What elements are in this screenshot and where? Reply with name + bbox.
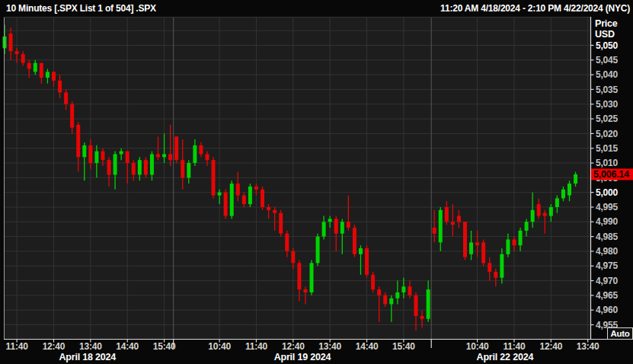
y-tick-label: 5,000 bbox=[596, 187, 619, 198]
candle-body-up bbox=[427, 289, 430, 319]
candle-body-down bbox=[347, 222, 350, 228]
candle-body-down bbox=[365, 248, 369, 275]
candle-body-down bbox=[371, 275, 375, 289]
candle-body-down bbox=[76, 125, 80, 157]
y-tick-label: 4,990 bbox=[596, 216, 619, 227]
candle-body-down bbox=[537, 204, 541, 216]
candle-body-down bbox=[273, 210, 277, 213]
candle-body-up bbox=[322, 222, 326, 236]
y-tick-label: 5,020 bbox=[596, 129, 619, 139]
y-tick-label: 4,995 bbox=[596, 202, 619, 212]
candle-body-down bbox=[261, 190, 264, 207]
candle-body-down bbox=[481, 242, 485, 263]
candle-body-up bbox=[525, 222, 529, 231]
axis-auto-scale-button[interactable]: Auto bbox=[607, 327, 633, 340]
candle-body-down bbox=[199, 145, 203, 155]
candle-body-down bbox=[64, 92, 68, 104]
candle-body-up bbox=[531, 210, 535, 222]
candle-body-up bbox=[328, 219, 332, 222]
candle-body-down bbox=[463, 222, 467, 257]
x-tick-label: 10:40 bbox=[208, 341, 231, 352]
candle-body-up bbox=[506, 239, 510, 254]
candle-body-down bbox=[377, 289, 381, 295]
candle-body-up bbox=[150, 154, 154, 174]
candle-body-down bbox=[291, 251, 295, 263]
candle-body-up bbox=[401, 286, 405, 292]
candle-body-up bbox=[187, 163, 190, 177]
candle-body-up bbox=[193, 145, 197, 163]
candle-body-down bbox=[70, 104, 74, 128]
bloomberg-candle-chart: 10 Minutes [.SPX List 1 of 504] .SPX 11:… bbox=[0, 0, 633, 364]
candle-body-down bbox=[212, 160, 216, 195]
y-tick-label: 5,015 bbox=[596, 143, 619, 154]
candle-body-down bbox=[383, 295, 387, 305]
candle-body-down bbox=[174, 136, 178, 160]
x-tick-label: 13:40 bbox=[577, 341, 599, 352]
candle-body-down bbox=[494, 272, 497, 278]
x-tick-label: 12:40 bbox=[43, 341, 66, 352]
y-tick-label: 4,975 bbox=[596, 260, 619, 271]
candle-body-down bbox=[334, 219, 338, 233]
candle-body-down bbox=[101, 152, 104, 161]
y-tick-label: 5,045 bbox=[596, 55, 619, 65]
candle-body-down bbox=[15, 51, 19, 54]
candle-body-up bbox=[567, 184, 571, 195]
candle-body-up bbox=[113, 154, 117, 174]
candle-body-up bbox=[555, 198, 559, 207]
candle-body-up bbox=[310, 263, 314, 292]
candle-body-down bbox=[475, 242, 479, 245]
candle-body-down bbox=[297, 263, 301, 289]
candle-body-down bbox=[445, 207, 449, 222]
candle-body-up bbox=[519, 231, 523, 245]
y-tick-label: 4,960 bbox=[596, 305, 619, 315]
x-tick-label: 15:40 bbox=[392, 341, 415, 352]
candle-body-down bbox=[267, 207, 270, 210]
x-tick-label: 11:40 bbox=[6, 341, 29, 352]
candle-body-down bbox=[156, 154, 160, 157]
candle-body-up bbox=[439, 210, 443, 242]
candle-body-up bbox=[120, 152, 123, 155]
y-tick-label: 5,030 bbox=[596, 99, 619, 110]
y-tick-label: 5,040 bbox=[596, 69, 619, 80]
candle-body-up bbox=[340, 222, 344, 233]
candle-body-down bbox=[353, 228, 356, 254]
candle-body-up bbox=[359, 248, 363, 254]
date-label: April 22 2024 bbox=[477, 352, 534, 362]
candle-body-up bbox=[500, 254, 504, 278]
candle-body-down bbox=[224, 193, 228, 216]
candle-body-down bbox=[107, 160, 111, 174]
y-tick-label: 5,025 bbox=[596, 113, 619, 124]
candle-body-down bbox=[242, 196, 246, 205]
date-label: April 18 2024 bbox=[59, 352, 117, 362]
candle-body-up bbox=[94, 152, 98, 163]
y-tick-label: 5,050 bbox=[596, 40, 619, 51]
y-tick-label: 4,970 bbox=[596, 276, 619, 286]
candle-body-up bbox=[549, 207, 553, 216]
candle-body-up bbox=[561, 190, 565, 199]
candle-body-up bbox=[138, 160, 142, 174]
y-tick-label: 4,985 bbox=[596, 231, 619, 242]
x-tick-label: 12:40 bbox=[282, 341, 305, 352]
candle-body-down bbox=[132, 163, 136, 174]
x-tick-label: 11:40 bbox=[245, 341, 268, 352]
candle-body-down bbox=[52, 72, 56, 81]
candle-body-down bbox=[451, 222, 455, 225]
candle-body-down bbox=[40, 63, 43, 78]
candle-body-down bbox=[144, 160, 148, 174]
price-axis-title-line1: Price bbox=[595, 18, 618, 29]
candle-body-down bbox=[181, 160, 184, 177]
candle-body-down bbox=[488, 263, 491, 272]
candle-body-up bbox=[46, 72, 50, 78]
x-tick-label: 12:40 bbox=[539, 341, 562, 352]
y-tick-label: 4,965 bbox=[596, 290, 619, 301]
candle-body-down bbox=[9, 34, 13, 51]
candle-body-up bbox=[82, 145, 86, 157]
x-tick-label: 13:40 bbox=[318, 341, 341, 352]
y-tick-label: 5,010 bbox=[596, 158, 619, 168]
candle-body-down bbox=[543, 213, 547, 216]
x-tick-label: 14:40 bbox=[356, 341, 379, 352]
candle-body-down bbox=[205, 154, 209, 160]
candle-body-up bbox=[230, 184, 234, 216]
candle-body-down bbox=[414, 295, 418, 316]
candle-body-down bbox=[512, 239, 516, 245]
